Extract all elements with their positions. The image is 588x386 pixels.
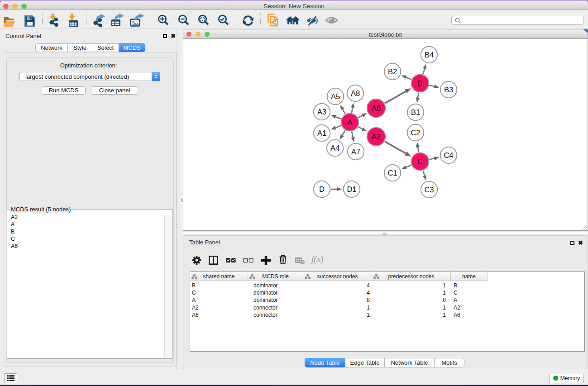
svg-text:C: C: [417, 157, 423, 166]
svg-text:B3: B3: [444, 86, 453, 94]
svg-text:A6: A6: [372, 104, 381, 112]
svg-text:D1: D1: [347, 185, 356, 193]
svg-text:A5: A5: [331, 92, 340, 100]
svg-text:A7: A7: [351, 148, 360, 156]
svg-text:C2: C2: [411, 129, 420, 137]
svg-text:A8: A8: [351, 89, 360, 97]
svg-text:f(x): f(x): [311, 255, 323, 264]
svg-text:A1: A1: [317, 129, 326, 137]
svg-text:C4: C4: [444, 151, 453, 159]
svg-text:A2: A2: [372, 133, 381, 141]
svg-text:B4: B4: [425, 51, 434, 59]
svg-text:B: B: [417, 79, 422, 87]
svg-text:A: A: [347, 118, 352, 126]
svg-text:B1: B1: [411, 108, 420, 116]
svg-text:C1: C1: [387, 169, 397, 177]
svg-text:B2: B2: [388, 67, 397, 76]
svg-text:A3: A3: [317, 108, 326, 116]
svg-text:C3: C3: [424, 186, 434, 194]
svg-text:D: D: [319, 185, 325, 193]
svg-text:A4: A4: [330, 144, 339, 152]
